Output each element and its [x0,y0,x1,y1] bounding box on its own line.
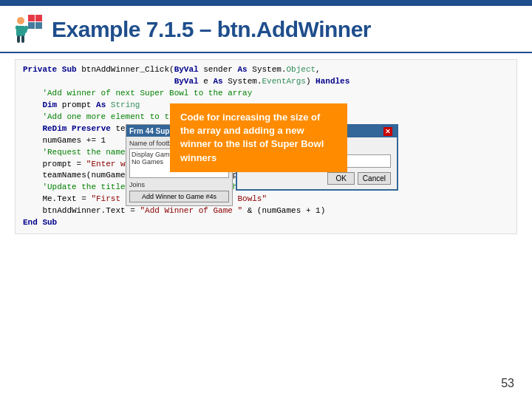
code-line: End Sub [23,217,509,229]
add-winner-button[interactable]: Add Winner to Game #4s [129,191,229,202]
code-line: ByVal e As System.EventArgs) Handles [23,76,509,88]
svg-rect-1 [35,15,42,21]
slide-container: Example 7.1.5 – btn.AddWinner Private Su… [0,0,532,399]
input-dialog-close[interactable]: ✕ [383,127,392,136]
cancel-button[interactable]: Cancel [358,172,391,185]
top-bar [0,0,532,6]
content-area: Private Sub btnAddWinner_Click(ByVal sen… [0,53,532,239]
svg-rect-3 [35,22,42,29]
header: Example 7.1.5 – btn.AddWinner [0,6,532,53]
code-line: btnAddWinner.Text = "Add Winner of Game … [23,205,509,217]
svg-rect-8 [17,35,20,43]
slide-title: Example 7.1.5 – btn.AddWinner [52,17,371,42]
code-line: 'Add winner of next Super Bowl to the ar… [23,88,509,100]
name-label: Joins [129,181,229,188]
svg-rect-2 [28,22,35,29]
page-number: 53 [501,377,514,390]
svg-point-4 [17,17,24,24]
logo-icon [12,13,44,46]
svg-rect-9 [21,35,24,43]
button-row: OK Cancel [243,172,391,185]
callout-box: Code for increasing the size of the arra… [170,103,347,172]
svg-rect-0 [28,15,35,21]
ok-button[interactable]: OK [327,172,354,185]
code-line: Private Sub btnAddWinner_Click(ByVal sen… [23,64,509,76]
callout-text: Code for increasing the size of the arra… [180,112,324,163]
